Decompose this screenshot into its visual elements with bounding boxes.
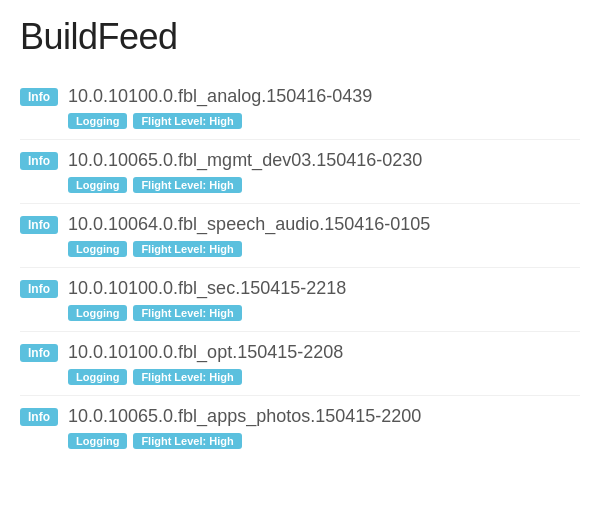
info-badge[interactable]: Info <box>20 344 58 362</box>
tag-logging[interactable]: Logging <box>68 113 127 129</box>
tag-logging[interactable]: Logging <box>68 433 127 449</box>
tag-flight-level--high[interactable]: Flight Level: High <box>133 113 241 129</box>
build-item-row: Info10.0.10100.0.fbl_sec.150415-2218 <box>20 278 580 299</box>
tag-logging[interactable]: Logging <box>68 369 127 385</box>
build-item: Info10.0.10100.0.fbl_analog.150416-0439L… <box>20 76 580 140</box>
info-badge[interactable]: Info <box>20 216 58 234</box>
build-tags: LoggingFlight Level: High <box>20 177 580 193</box>
build-tags: LoggingFlight Level: High <box>20 433 580 449</box>
tag-logging[interactable]: Logging <box>68 177 127 193</box>
tag-flight-level--high[interactable]: Flight Level: High <box>133 369 241 385</box>
build-item-row: Info10.0.10064.0.fbl_speech_audio.150416… <box>20 214 580 235</box>
build-item: Info10.0.10100.0.fbl_opt.150415-2208Logg… <box>20 332 580 396</box>
build-tags: LoggingFlight Level: High <box>20 369 580 385</box>
build-list: Info10.0.10100.0.fbl_analog.150416-0439L… <box>20 76 580 459</box>
tag-logging[interactable]: Logging <box>68 241 127 257</box>
info-badge[interactable]: Info <box>20 88 58 106</box>
build-name[interactable]: 10.0.10064.0.fbl_speech_audio.150416-010… <box>68 214 430 235</box>
build-tags: LoggingFlight Level: High <box>20 113 580 129</box>
build-name[interactable]: 10.0.10100.0.fbl_sec.150415-2218 <box>68 278 346 299</box>
build-item: Info10.0.10100.0.fbl_sec.150415-2218Logg… <box>20 268 580 332</box>
build-name[interactable]: 10.0.10065.0.fbl_apps_photos.150415-2200 <box>68 406 421 427</box>
build-item-row: Info10.0.10100.0.fbl_opt.150415-2208 <box>20 342 580 363</box>
build-tags: LoggingFlight Level: High <box>20 305 580 321</box>
build-name[interactable]: 10.0.10065.0.fbl_mgmt_dev03.150416-0230 <box>68 150 422 171</box>
build-name[interactable]: 10.0.10100.0.fbl_analog.150416-0439 <box>68 86 372 107</box>
build-item-row: Info10.0.10065.0.fbl_apps_photos.150415-… <box>20 406 580 427</box>
info-badge[interactable]: Info <box>20 408 58 426</box>
tag-flight-level--high[interactable]: Flight Level: High <box>133 433 241 449</box>
build-item: Info10.0.10065.0.fbl_apps_photos.150415-… <box>20 396 580 459</box>
build-item-row: Info10.0.10065.0.fbl_mgmt_dev03.150416-0… <box>20 150 580 171</box>
tag-flight-level--high[interactable]: Flight Level: High <box>133 177 241 193</box>
build-tags: LoggingFlight Level: High <box>20 241 580 257</box>
build-item: Info10.0.10065.0.fbl_mgmt_dev03.150416-0… <box>20 140 580 204</box>
tag-logging[interactable]: Logging <box>68 305 127 321</box>
page-title: BuildFeed <box>20 16 580 58</box>
build-name[interactable]: 10.0.10100.0.fbl_opt.150415-2208 <box>68 342 343 363</box>
build-item: Info10.0.10064.0.fbl_speech_audio.150416… <box>20 204 580 268</box>
build-item-row: Info10.0.10100.0.fbl_analog.150416-0439 <box>20 86 580 107</box>
info-badge[interactable]: Info <box>20 152 58 170</box>
tag-flight-level--high[interactable]: Flight Level: High <box>133 241 241 257</box>
info-badge[interactable]: Info <box>20 280 58 298</box>
tag-flight-level--high[interactable]: Flight Level: High <box>133 305 241 321</box>
